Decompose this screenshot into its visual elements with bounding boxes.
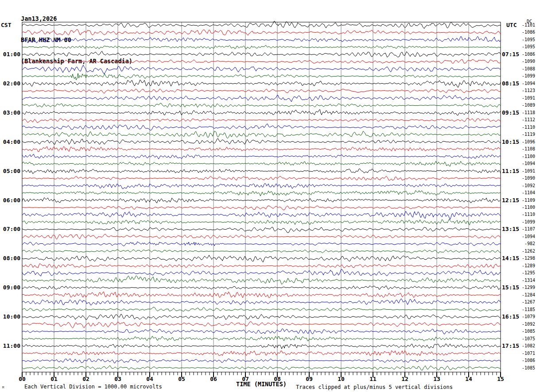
dc-offset-value: -1090 (522, 176, 535, 181)
dc-offset-value: -1104 (522, 190, 535, 195)
seismogram-trace-row (22, 51, 501, 58)
cst-hour-label: 03:00 (3, 109, 20, 116)
dc-offset-value: -1099 (522, 73, 535, 78)
seismogram-trace-row (22, 73, 501, 80)
dc-offset-value: -1090 (522, 59, 535, 64)
cst-hour-label: 01:00 (3, 51, 20, 58)
utc-hour-label: 08:15 (502, 80, 519, 87)
cst-hour-label: 02:00 (3, 80, 20, 87)
seismogram-trace-row (22, 29, 501, 35)
clipping-note: Traces clipped at plus/minus 5 vertical … (296, 384, 453, 390)
seismogram-trace-row (22, 314, 501, 320)
dc-offset-value: -982 (524, 241, 535, 246)
seismogram-trace-row (22, 234, 501, 239)
dc-offset-value: -1094 (522, 161, 535, 166)
seismogram-trace-row (22, 211, 501, 220)
dc-offset-value: -1123 (522, 88, 535, 93)
utc-hour-label: 15:15 (502, 284, 519, 291)
utc-hour-label: 11:15 (502, 168, 519, 174)
watermark-glyph: M (2, 386, 4, 389)
seismogram-trace-row (22, 263, 501, 268)
dc-offset-value: -1092 (522, 183, 535, 188)
cst-hour-label: 05:00 (3, 168, 20, 174)
seismogram-trace-row (22, 89, 501, 93)
dc-offset-value: -1185 (522, 307, 535, 312)
seismogram-trace-row (22, 169, 501, 173)
seismogram-trace-row (22, 299, 501, 305)
seismogram-trace-row (22, 131, 501, 138)
seismogram-trace-row (22, 292, 501, 298)
dc-offset-value: -1071 (522, 351, 535, 356)
seismogram-trace-row (22, 242, 501, 246)
dc-offset-value: -1100 (522, 205, 535, 210)
seismogram-trace-row (22, 250, 501, 254)
dc-offset-value: -1095 (522, 37, 535, 42)
utc-hour-label: 10:15 (502, 138, 519, 145)
seismogram-trace-row (22, 255, 501, 262)
dc-offset-value: -1118 (522, 110, 535, 115)
dc-offset-value: -1109 (522, 198, 535, 203)
dc-offset-value: -1086 (522, 358, 535, 363)
dc-offset-value: -1085 (522, 365, 535, 370)
seismogram-trace-row (22, 329, 501, 334)
seismogram-trace-row (22, 336, 501, 341)
dc-offset-value: -1295 (522, 270, 535, 275)
cst-hour-label: 07:00 (3, 226, 20, 232)
dc-offset-value: -1262 (522, 249, 535, 254)
utc-hour-label: 12:15 (502, 197, 519, 204)
utc-hour-label: 14:15 (502, 255, 519, 261)
dc-offset-value: -1091 (522, 169, 535, 173)
seismogram-trace-row (22, 276, 501, 284)
seismogram-trace-row (22, 138, 501, 144)
seismogram-trace-row (22, 103, 501, 108)
dc-offset-value: -1091 (522, 96, 535, 100)
seismogram-trace-row (22, 322, 501, 328)
seismogram-trace-row (22, 350, 501, 356)
dc-offset-value: -1289 (522, 263, 535, 268)
utc-hour-label: 16:15 (502, 313, 519, 320)
dc-offset-value: -1101 (522, 23, 535, 27)
dc-offset-value: -1094 (522, 81, 535, 86)
dc-offset-value: -1094 (522, 234, 535, 239)
dc-offset-value: -1119 (522, 132, 535, 137)
dc-offset-value: -1110 (522, 212, 535, 217)
cst-hour-label: 09:00 (3, 284, 20, 291)
dc-offset-value: -1108 (522, 146, 535, 151)
dc-offset-value: -1092 (522, 322, 535, 327)
utc-hour-label: 13:15 (502, 226, 519, 232)
seismogram-trace-row (22, 161, 501, 167)
utc-hour-label: 09:15 (502, 109, 519, 116)
seismogram-trace-row (22, 219, 501, 225)
dc-offset-value: -1298 (522, 256, 535, 261)
seismogram-trace-row (22, 307, 501, 311)
vertical-scale-note: Each Vertical Division = 1000.00 microvo… (24, 384, 162, 390)
seismogram-trace-row (22, 286, 501, 290)
dc-offset-value: -1299 (522, 285, 535, 290)
seismogram-trace-row (22, 269, 501, 276)
seismogram-trace-row (22, 146, 501, 152)
dc-offset-value: -1284 (522, 292, 535, 297)
dc-offset-value: -1110 (522, 125, 535, 130)
dc-offset-value: -1089 (522, 103, 535, 108)
dc-offset-value: -1082 (522, 343, 535, 348)
seismogram-trace-row (22, 154, 501, 159)
cst-hour-label: 06:00 (3, 197, 20, 204)
dc-offset-value: -1314 (522, 278, 535, 283)
utc-hour-label: 07:15 (502, 51, 519, 58)
cst-hour-label: 04:00 (3, 138, 20, 145)
seismogram-trace-row (22, 109, 501, 115)
seismogram-trace-row (22, 198, 501, 203)
dc-offset-value: -1088 (522, 66, 535, 71)
seismogram-plot: 00010203040506070809101112131415CSTUTCDC… (0, 0, 536, 392)
utc-hour-label: 17:15 (502, 342, 519, 349)
cst-hour-label: 10:00 (3, 313, 20, 320)
seismogram-trace-row (22, 80, 501, 88)
seismogram-trace-row (22, 124, 501, 131)
dc-offset-value: -1086 (522, 30, 535, 35)
seismogram-trace-row (22, 344, 501, 349)
seismogram-trace-row (22, 65, 501, 73)
dc-offset-value: -1086 (522, 52, 535, 57)
seismogram-trace-row (22, 45, 501, 49)
plot-frame (22, 22, 501, 372)
cst-hour-label: 08:00 (3, 255, 20, 261)
